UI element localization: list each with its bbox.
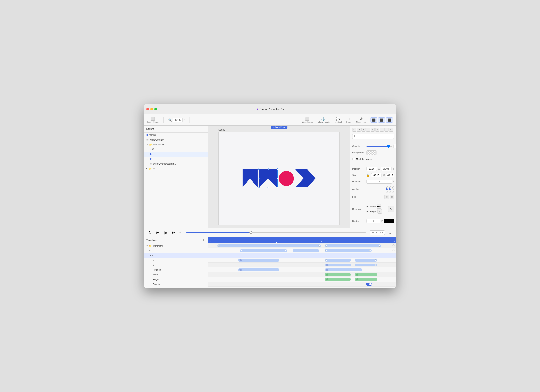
canvas-area[interactable]: Relative Mode Scene [208,126,350,228]
pos-y-input[interactable] [381,167,391,171]
align-bottom-button[interactable]: ⊤ [375,127,379,132]
align-center-h-button[interactable]: ⊣ [357,127,361,132]
border-color-swatch[interactable] [384,219,394,223]
minimize-button[interactable] [150,108,153,110]
timeline-L[interactable]: ▼ L [144,253,208,258]
timeline-Rotation[interactable]: Rotation [144,267,208,272]
export-button[interactable]: ↑ Export [346,117,352,123]
timeline-tracks [208,243,396,288]
anchor-tl[interactable] [386,186,388,188]
align-center-v-button[interactable]: + [371,127,375,132]
handle-top-center[interactable] [268,168,269,170]
size-h-input[interactable] [386,173,394,177]
distribute-h-button[interactable]: ⋮ [380,127,384,132]
timelines-right[interactable]: 0 1 2 3 4 5 [208,237,396,288]
timeline-Height[interactable]: Height [144,277,208,282]
layer-item-W[interactable]: ▶ 📁 W [144,166,208,171]
relative-mode-button[interactable]: ⚓ Relative Mode [317,117,330,123]
loop-button[interactable]: ↻ [147,230,153,235]
layer-item-F[interactable]: ⬟ F [144,157,208,162]
anchor-br[interactable] [392,191,394,193]
time-scrubber[interactable] [186,232,366,233]
ruler-3: 3 [321,241,322,243]
close-button[interactable] [146,108,149,110]
fix-width-icon[interactable]: ⊢⊣ [377,204,381,209]
ruler-0: 0 [210,241,211,243]
layer-item-O[interactable]: ○ O [144,147,208,152]
opacity-slider[interactable] [366,146,392,147]
layer-item-L[interactable]: ⬟ L [144,152,208,157]
layer-item-whiteOverlay[interactable]: ▭ whiteOverlay [144,137,208,142]
shape-l-wrapper[interactable] [259,169,277,187]
news-feed-button[interactable]: ⊘ News Feed [356,117,366,123]
layer-item-whiteOverlayWordm[interactable]: ▭ whiteOverlayWordm... [144,162,208,166]
handle-mid-left[interactable] [258,178,260,179]
align-right-button[interactable]: ⊤ [361,127,365,132]
timeline-Wordmark[interactable]: ▼ 📁 Wordmark [144,243,208,248]
ruler-5: 5 [394,241,395,243]
opacity-toggle[interactable] [366,283,372,286]
anchor-bl[interactable] [386,191,388,193]
rotation-input[interactable] [366,180,392,184]
name-input[interactable] [352,134,394,139]
anchor-tc[interactable] [389,186,391,188]
anchor-mc[interactable] [389,188,391,190]
add-timeline-button[interactable]: + [202,238,205,242]
resizing-expand-icon[interactable]: ⤡ [388,206,394,212]
fix-height-icon[interactable]: ↕ [377,209,382,214]
lock-icon[interactable]: 🔒 [366,174,370,177]
timeline-Opacity[interactable]: Opacity [144,282,208,287]
timeline-Width[interactable]: Width [144,272,208,277]
anchor-tr[interactable] [392,186,394,188]
export-icon: ↑ [348,117,350,120]
layer-item-wPink[interactable]: ⬟ wPink [144,132,208,137]
opacity-input[interactable]: 1 [394,144,396,148]
timeline-F[interactable]: ▶ F [144,287,208,288]
align-top-button[interactable]: ⊥ [366,127,370,132]
flip-horizontal-button[interactable]: ⇔ [385,195,389,199]
background-swatch[interactable] [366,150,376,155]
anchor-mr[interactable] [392,188,394,190]
feedback-button[interactable]: 💬 Feedback [334,117,342,123]
size-w-input[interactable] [371,173,381,177]
flip-vertical-button[interactable]: ⇕ [390,195,394,199]
flip-icons: ⇔ ⇕ [385,195,394,199]
time-settings-button[interactable]: ⏱ [387,230,393,235]
maximize-button[interactable] [154,108,157,110]
skip-back-button[interactable]: ⏮ [155,230,161,235]
handle-top-left[interactable] [258,168,260,170]
handle-bot-center[interactable] [268,187,269,188]
layer-item-Wordmark[interactable]: ▼ 📁 Wordmark [144,142,208,147]
pos-x-input[interactable] [366,167,377,171]
mask-to-bounds-checkbox[interactable] [352,158,355,160]
anchor-bc[interactable] [389,191,391,193]
skip-forward-button[interactable]: ⏭ [171,230,177,235]
handle-bot-right[interactable] [277,187,278,188]
track-L [208,253,396,258]
play-button[interactable]: ▶ [163,230,169,235]
panel-center-button[interactable]: ⬛ [378,118,385,122]
scrubber-thumb[interactable] [249,231,252,234]
panel-right-button[interactable]: ⬛ [386,118,393,122]
playhead[interactable] [276,242,278,243]
resize-button[interactable]: ⤡ [389,127,393,132]
zoom-value[interactable]: 131% [173,118,183,122]
border-value-input[interactable] [366,219,380,223]
timeline-X[interactable]: X [144,258,208,263]
zoom-control[interactable]: 🔍 131% ▾ [168,118,185,122]
panel-left-button[interactable]: ⬛ [370,118,377,122]
shape-icon: ⬟ [146,134,148,136]
align-left-button[interactable]: ⊢ [352,127,356,132]
timeline-O[interactable]: ▶ O [144,248,208,253]
timeline-Y[interactable]: Y [144,263,208,267]
distribute-v-button[interactable]: ⋯ [385,127,389,132]
handle-bot-left[interactable] [258,187,260,188]
insert-shape-button[interactable]: ⬜ Insert Shape [147,117,159,123]
kf-dot [241,250,242,251]
handle-top-right[interactable] [277,168,278,170]
handle-mid-right[interactable] [277,178,278,179]
track-O [208,248,396,253]
mask-scene-button[interactable]: ⬜ Mask Scene [302,117,313,123]
canvas-frame[interactable] [218,132,340,225]
anchor-ml[interactable] [386,188,388,190]
